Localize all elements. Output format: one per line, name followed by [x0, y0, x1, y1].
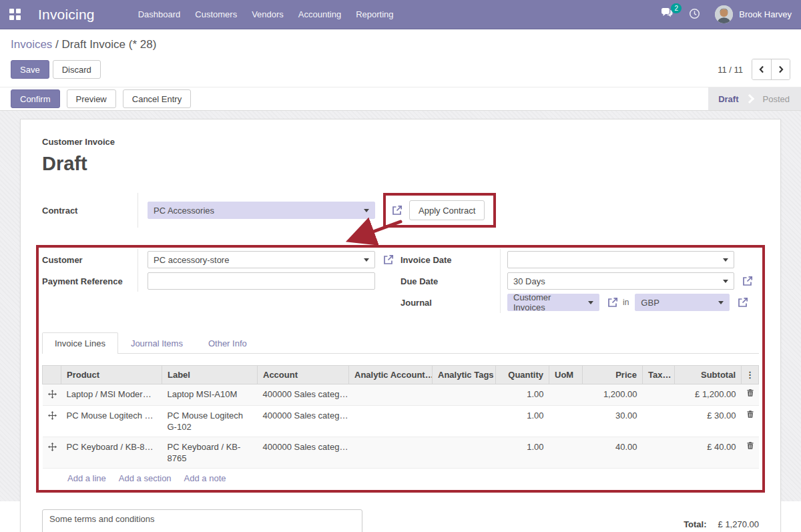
contract-external-link-icon[interactable] — [392, 205, 403, 216]
cell-analytic-tags[interactable] — [433, 384, 496, 406]
cell-label[interactable]: PC Keyboard / KB-8765 — [162, 437, 258, 469]
status-posted[interactable]: Posted — [763, 94, 790, 104]
customer-external-link-icon[interactable] — [383, 254, 394, 265]
journal-external-link-icon[interactable] — [607, 297, 618, 308]
cell-taxes[interactable] — [643, 406, 675, 437]
top-navbar: Invoicing DashboardCustomersVendorsAccou… — [0, 0, 801, 29]
link-add-a-note[interactable]: Add a note — [184, 473, 226, 483]
column-header-subtotal[interactable]: Subtotal — [675, 366, 742, 384]
nav-item-customers[interactable]: Customers — [188, 0, 244, 29]
lines-header-row: ProductLabelAccountAnalytic Account…Anal… — [43, 366, 759, 384]
cell-uom[interactable] — [549, 384, 583, 406]
invoice-date-select[interactable] — [507, 251, 734, 268]
nav-item-vendors[interactable]: Vendors — [244, 0, 291, 29]
invoice-line-row[interactable]: PC Keyboard / KB-8…PC Keyboard / KB-8765… — [43, 437, 759, 469]
cell-subtotal[interactable]: £ 1,200.00 — [675, 384, 742, 406]
cell-account[interactable]: 400000 Sales categ… — [258, 437, 349, 469]
cell-label[interactable]: Laptop MSI-A10M — [162, 384, 258, 406]
due-date-label: Due Date — [400, 270, 501, 292]
delete-line-icon[interactable] — [742, 384, 759, 406]
column-header-price[interactable]: Price — [583, 366, 643, 384]
delete-line-icon[interactable] — [742, 437, 759, 469]
drag-handle-icon[interactable] — [43, 437, 61, 469]
journal-select[interactable]: Customer Invoices — [507, 294, 599, 311]
cell-taxes[interactable] — [643, 437, 675, 469]
tab-other-info[interactable]: Other Info — [196, 332, 260, 354]
cell-product[interactable]: PC Keyboard / KB-8… — [61, 437, 162, 469]
messages-button[interactable]: 2 — [661, 8, 674, 21]
invoice-line-row[interactable]: Laptop / MSI Moder…Laptop MSI-A10M400000… — [43, 384, 759, 406]
cell-subtotal[interactable]: £ 30.00 — [675, 406, 742, 437]
pager-next-button[interactable] — [771, 59, 790, 79]
cell-analytic-tags[interactable] — [433, 406, 496, 437]
confirm-button[interactable]: Confirm — [11, 89, 60, 108]
cell-price[interactable]: 1,200.00 — [583, 384, 643, 406]
breadcrumb-invoices-link[interactable]: Invoices — [11, 38, 52, 51]
link-add-a-line[interactable]: Add a line — [67, 473, 106, 483]
payment-reference-input[interactable] — [148, 272, 375, 290]
invoice-line-row[interactable]: PC Mouse Logitech …PC Mouse Logitech G-1… — [43, 406, 759, 437]
column-header-uom[interactable]: UoM — [549, 366, 583, 384]
column-header-product[interactable]: Product — [61, 366, 162, 384]
cell-analytic-tags[interactable] — [433, 437, 496, 469]
handle-column-header — [43, 366, 61, 384]
cell-product[interactable]: Laptop / MSI Moder… — [61, 384, 162, 406]
column-header-account[interactable]: Account — [258, 366, 349, 384]
chevron-down-icon — [723, 258, 728, 262]
column-header-label[interactable]: Label — [162, 366, 258, 384]
drag-handle-icon[interactable] — [43, 406, 61, 437]
nav-item-reporting[interactable]: Reporting — [348, 0, 400, 29]
apply-contract-button[interactable]: Apply Contract — [409, 200, 485, 220]
nav-item-dashboard[interactable]: Dashboard — [131, 0, 188, 29]
link-add-a-section[interactable]: Add a section — [119, 473, 172, 483]
tab-invoice-lines[interactable]: Invoice Lines — [42, 332, 118, 354]
pager-previous-button[interactable] — [752, 59, 771, 79]
cell-label[interactable]: PC Mouse Logitech G-102 — [162, 406, 258, 437]
due-date-external-link-icon[interactable] — [742, 276, 753, 286]
preview-button[interactable]: Preview — [67, 89, 116, 108]
user-name: Brook Harvey — [739, 9, 792, 19]
cell-quantity[interactable]: 1.00 — [496, 437, 549, 469]
cell-quantity[interactable]: 1.00 — [496, 406, 549, 437]
cell-taxes[interactable] — [643, 384, 675, 406]
terms-and-conditions-input[interactable]: Some terms and conditions — [42, 509, 362, 532]
due-date-row: Due Date 30 Days — [400, 270, 759, 292]
app-title[interactable]: Invoicing — [38, 7, 95, 23]
cell-account[interactable]: 400000 Sales categ… — [258, 406, 349, 437]
apps-menu-icon[interactable] — [9, 9, 21, 20]
cell-account[interactable]: 400000 Sales categ… — [258, 384, 349, 406]
optional-columns-toggle-icon[interactable]: ⋮ — [742, 366, 759, 384]
drag-handle-icon[interactable] — [43, 384, 61, 406]
activities-button[interactable] — [689, 8, 700, 21]
column-header-analytic-account[interactable]: Analytic Account… — [349, 366, 433, 384]
cell-analytic-account[interactable] — [349, 384, 433, 406]
currency-select[interactable]: GBP — [635, 294, 730, 311]
cell-analytic-account[interactable] — [349, 437, 433, 469]
status-draft[interactable]: Draft — [718, 94, 738, 104]
cell-analytic-account[interactable] — [349, 406, 433, 437]
column-header-quantity[interactable]: Quantity — [496, 366, 549, 384]
user-menu[interactable]: Brook Harvey — [715, 5, 792, 23]
nav-item-accounting[interactable]: Accounting — [291, 0, 348, 29]
tab-journal-items[interactable]: Journal Items — [118, 332, 196, 354]
invoice-date-label: Invoice Date — [400, 249, 501, 270]
cell-quantity[interactable]: 1.00 — [496, 384, 549, 406]
cell-price[interactable]: 30.00 — [583, 406, 643, 437]
cell-uom[interactable] — [549, 437, 583, 469]
cancel-entry-button[interactable]: Cancel Entry — [123, 89, 191, 108]
cell-subtotal[interactable]: £ 40.00 — [675, 437, 742, 469]
delete-line-icon[interactable] — [742, 406, 759, 437]
currency-external-link-icon[interactable] — [738, 297, 748, 308]
contract-select[interactable]: PC Accessories — [148, 202, 375, 219]
column-header-tax[interactable]: Tax… — [643, 366, 675, 384]
chevron-down-icon — [364, 209, 369, 212]
customer-select[interactable]: PC accessory-store — [148, 251, 375, 268]
column-header-analytic-tags[interactable]: Analytic Tags — [433, 366, 496, 384]
due-date-select[interactable]: 30 Days — [507, 272, 734, 290]
save-button[interactable]: Save — [11, 60, 49, 79]
cell-price[interactable]: 40.00 — [583, 437, 643, 469]
cell-uom[interactable] — [549, 406, 583, 437]
discard-button[interactable]: Discard — [53, 60, 101, 79]
nav-menu: DashboardCustomersVendorsAccountingRepor… — [131, 0, 401, 29]
cell-product[interactable]: PC Mouse Logitech … — [61, 406, 162, 437]
